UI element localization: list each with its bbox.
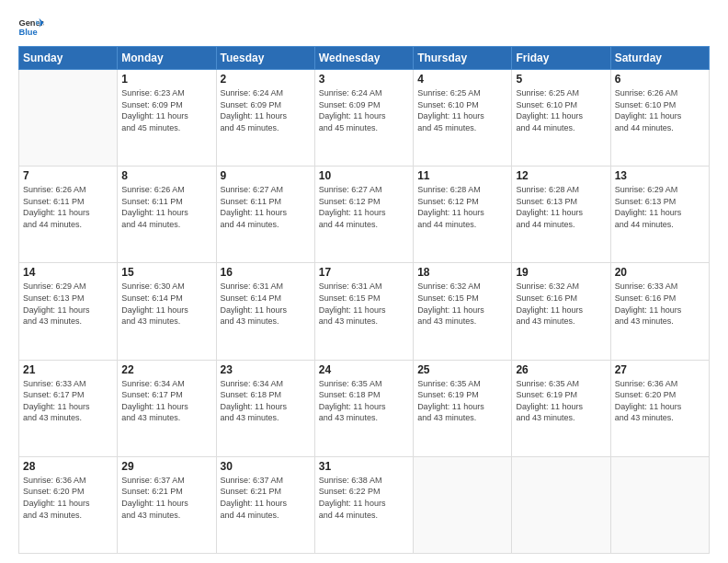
day-number: 13	[615, 169, 705, 182]
day-number: 6	[615, 73, 705, 86]
calendar-cell: 3Sunrise: 6:24 AM Sunset: 6:09 PM Daylig…	[314, 70, 413, 167]
calendar-cell: 1Sunrise: 6:23 AM Sunset: 6:09 PM Daylig…	[118, 70, 216, 167]
day-number: 17	[319, 266, 409, 279]
calendar-cell	[512, 456, 610, 553]
day-info: Sunrise: 6:26 AM Sunset: 6:10 PM Dayligh…	[615, 87, 705, 133]
day-number: 30	[221, 460, 311, 473]
day-info: Sunrise: 6:33 AM Sunset: 6:17 PM Dayligh…	[23, 378, 113, 424]
calendar-cell: 17Sunrise: 6:31 AM Sunset: 6:15 PM Dayli…	[314, 263, 413, 360]
calendar-cell: 18Sunrise: 6:32 AM Sunset: 6:15 PM Dayli…	[414, 263, 512, 360]
day-number: 16	[221, 266, 311, 279]
day-info: Sunrise: 6:26 AM Sunset: 6:11 PM Dayligh…	[121, 184, 211, 230]
day-number: 26	[516, 363, 606, 376]
calendar-cell: 27Sunrise: 6:36 AM Sunset: 6:20 PM Dayli…	[610, 360, 709, 456]
calendar-cell: 25Sunrise: 6:35 AM Sunset: 6:19 PM Dayli…	[414, 360, 512, 456]
day-number: 21	[23, 363, 113, 376]
calendar-cell: 21Sunrise: 6:33 AM Sunset: 6:17 PM Dayli…	[19, 360, 118, 456]
calendar-cell: 31Sunrise: 6:38 AM Sunset: 6:22 PM Dayli…	[314, 456, 413, 553]
calendar-cell: 20Sunrise: 6:33 AM Sunset: 6:16 PM Dayli…	[610, 263, 709, 360]
day-info: Sunrise: 6:34 AM Sunset: 6:18 PM Dayligh…	[221, 378, 311, 424]
day-number: 22	[121, 363, 211, 376]
day-number: 4	[417, 73, 507, 86]
day-number: 14	[23, 266, 113, 279]
day-info: Sunrise: 6:35 AM Sunset: 6:18 PM Dayligh…	[319, 378, 409, 424]
day-number: 7	[23, 169, 113, 182]
calendar-row: 7Sunrise: 6:26 AM Sunset: 6:11 PM Daylig…	[19, 167, 710, 263]
calendar-cell	[414, 456, 512, 553]
day-number: 2	[221, 73, 311, 86]
calendar-cell: 24Sunrise: 6:35 AM Sunset: 6:18 PM Dayli…	[314, 360, 413, 456]
col-header-wednesday: Wednesday	[314, 47, 413, 70]
calendar-cell: 11Sunrise: 6:28 AM Sunset: 6:12 PM Dayli…	[414, 167, 512, 263]
day-info: Sunrise: 6:35 AM Sunset: 6:19 PM Dayligh…	[516, 378, 606, 424]
day-info: Sunrise: 6:32 AM Sunset: 6:16 PM Dayligh…	[516, 281, 606, 327]
day-number: 23	[221, 363, 311, 376]
calendar-row: 21Sunrise: 6:33 AM Sunset: 6:17 PM Dayli…	[19, 360, 710, 456]
day-info: Sunrise: 6:24 AM Sunset: 6:09 PM Dayligh…	[319, 87, 409, 133]
day-info: Sunrise: 6:25 AM Sunset: 6:10 PM Dayligh…	[417, 87, 507, 133]
col-header-thursday: Thursday	[414, 47, 512, 70]
day-number: 8	[121, 169, 211, 182]
calendar-cell: 30Sunrise: 6:37 AM Sunset: 6:21 PM Dayli…	[216, 456, 314, 553]
day-info: Sunrise: 6:27 AM Sunset: 6:12 PM Dayligh…	[319, 184, 409, 230]
calendar-cell	[19, 70, 118, 167]
logo: General Blue	[18, 17, 44, 37]
col-header-sunday: Sunday	[19, 47, 118, 70]
day-info: Sunrise: 6:29 AM Sunset: 6:13 PM Dayligh…	[615, 184, 705, 230]
day-number: 27	[615, 363, 705, 376]
calendar-cell: 14Sunrise: 6:29 AM Sunset: 6:13 PM Dayli…	[19, 263, 118, 360]
day-info: Sunrise: 6:24 AM Sunset: 6:09 PM Dayligh…	[221, 87, 311, 133]
day-info: Sunrise: 6:30 AM Sunset: 6:14 PM Dayligh…	[121, 281, 211, 327]
logo-icon: General Blue	[18, 17, 44, 37]
day-number: 11	[417, 169, 507, 182]
day-number: 12	[516, 169, 606, 182]
calendar-cell: 26Sunrise: 6:35 AM Sunset: 6:19 PM Dayli…	[512, 360, 610, 456]
calendar-cell: 10Sunrise: 6:27 AM Sunset: 6:12 PM Dayli…	[314, 167, 413, 263]
day-number: 24	[319, 363, 409, 376]
day-info: Sunrise: 6:25 AM Sunset: 6:10 PM Dayligh…	[516, 87, 606, 133]
day-info: Sunrise: 6:26 AM Sunset: 6:11 PM Dayligh…	[23, 184, 113, 230]
day-number: 31	[319, 460, 409, 473]
day-info: Sunrise: 6:28 AM Sunset: 6:13 PM Dayligh…	[516, 184, 606, 230]
day-info: Sunrise: 6:35 AM Sunset: 6:19 PM Dayligh…	[417, 378, 507, 424]
day-number: 10	[319, 169, 409, 182]
day-number: 25	[417, 363, 507, 376]
svg-text:Blue: Blue	[18, 28, 37, 37]
day-number: 5	[516, 73, 606, 86]
day-number: 29	[121, 460, 211, 473]
day-number: 9	[221, 169, 311, 182]
col-header-monday: Monday	[118, 47, 216, 70]
calendar-cell: 29Sunrise: 6:37 AM Sunset: 6:21 PM Dayli…	[118, 456, 216, 553]
day-info: Sunrise: 6:36 AM Sunset: 6:20 PM Dayligh…	[615, 378, 705, 424]
calendar-cell: 28Sunrise: 6:36 AM Sunset: 6:20 PM Dayli…	[19, 456, 118, 553]
day-info: Sunrise: 6:31 AM Sunset: 6:14 PM Dayligh…	[221, 281, 311, 327]
day-info: Sunrise: 6:37 AM Sunset: 6:21 PM Dayligh…	[121, 475, 211, 521]
day-number: 28	[23, 460, 113, 473]
day-info: Sunrise: 6:27 AM Sunset: 6:11 PM Dayligh…	[221, 184, 311, 230]
calendar-row: 1Sunrise: 6:23 AM Sunset: 6:09 PM Daylig…	[19, 70, 710, 167]
day-info: Sunrise: 6:37 AM Sunset: 6:21 PM Dayligh…	[221, 475, 311, 521]
day-info: Sunrise: 6:36 AM Sunset: 6:20 PM Dayligh…	[23, 475, 113, 521]
calendar-cell: 6Sunrise: 6:26 AM Sunset: 6:10 PM Daylig…	[610, 70, 709, 167]
calendar-cell: 2Sunrise: 6:24 AM Sunset: 6:09 PM Daylig…	[216, 70, 314, 167]
calendar-cell: 19Sunrise: 6:32 AM Sunset: 6:16 PM Dayli…	[512, 263, 610, 360]
day-info: Sunrise: 6:28 AM Sunset: 6:12 PM Dayligh…	[417, 184, 507, 230]
calendar-cell: 23Sunrise: 6:34 AM Sunset: 6:18 PM Dayli…	[216, 360, 314, 456]
day-info: Sunrise: 6:32 AM Sunset: 6:15 PM Dayligh…	[417, 281, 507, 327]
day-number: 3	[319, 73, 409, 86]
col-header-tuesday: Tuesday	[216, 47, 314, 70]
calendar-cell: 12Sunrise: 6:28 AM Sunset: 6:13 PM Dayli…	[512, 167, 610, 263]
day-info: Sunrise: 6:34 AM Sunset: 6:17 PM Dayligh…	[121, 378, 211, 424]
calendar-cell: 22Sunrise: 6:34 AM Sunset: 6:17 PM Dayli…	[118, 360, 216, 456]
calendar-cell	[610, 456, 709, 553]
calendar-table: SundayMondayTuesdayWednesdayThursdayFrid…	[18, 46, 710, 554]
day-info: Sunrise: 6:23 AM Sunset: 6:09 PM Dayligh…	[121, 87, 211, 133]
day-info: Sunrise: 6:31 AM Sunset: 6:15 PM Dayligh…	[319, 281, 409, 327]
calendar-cell: 15Sunrise: 6:30 AM Sunset: 6:14 PM Dayli…	[118, 263, 216, 360]
day-number: 20	[615, 266, 705, 279]
header: General Blue	[18, 17, 710, 37]
calendar-cell: 5Sunrise: 6:25 AM Sunset: 6:10 PM Daylig…	[512, 70, 610, 167]
col-header-friday: Friday	[512, 47, 610, 70]
day-number: 19	[516, 266, 606, 279]
page: General Blue SundayMondayTuesdayWednesda…	[0, 0, 728, 563]
